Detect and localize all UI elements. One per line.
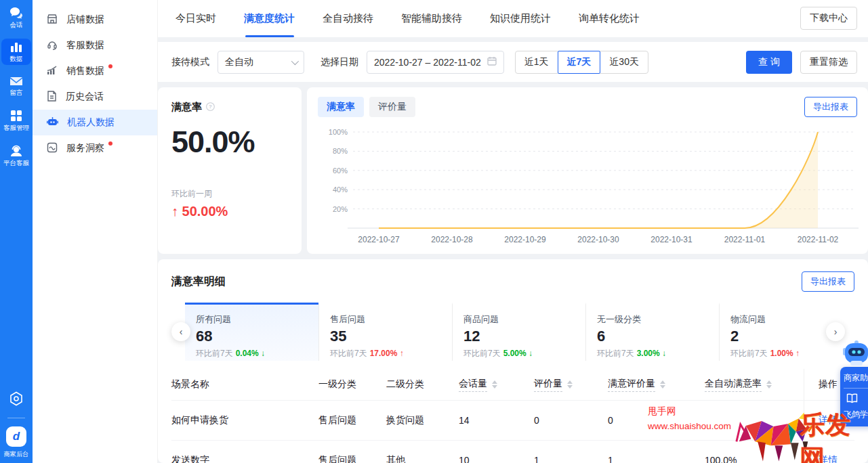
svg-text:2022-10-28: 2022-10-28	[431, 235, 473, 244]
col-header-ratings[interactable]: 评价量	[534, 378, 608, 392]
watermark-lefa: 乐发网 www.6pf.cn	[800, 408, 868, 463]
sidebar-item-label: 销售数据	[66, 65, 104, 77]
arrow-up-icon: ↑	[400, 349, 404, 358]
help-icon[interactable]: ?	[206, 102, 215, 113]
kpi-compare-value: ↑ 50.00%	[171, 204, 288, 219]
bar-chart-icon	[10, 42, 22, 53]
range-7d-button[interactable]: 近7天	[558, 51, 601, 74]
insight-wave-icon	[47, 142, 58, 155]
reception-mode-select[interactable]: 全自动	[218, 51, 304, 74]
document-icon	[47, 91, 57, 104]
export-detail-report-button[interactable]: 导出报表	[802, 271, 854, 292]
svg-text:20%: 20%	[333, 205, 348, 213]
kpi-value: 50.0%	[171, 125, 288, 160]
range-1d-button[interactable]: 近1天	[515, 51, 558, 74]
tab-inquiry-conversion[interactable]: 询单转化统计	[579, 0, 640, 37]
assistant-label[interactable]: 商家助手	[840, 370, 868, 386]
kpi-chart-row: 满意率 ? 50.0% 环比前一周 ↑ 50.00% 满意率 评价量 导出报表 …	[158, 87, 868, 254]
chat-icon	[9, 7, 23, 19]
svg-text:?: ?	[209, 104, 212, 110]
chart-tab-rating-volume[interactable]: 评价量	[369, 97, 415, 117]
download-center-button[interactable]: 下载中心	[800, 7, 857, 30]
reception-mode-label: 接待模式	[171, 56, 209, 68]
svg-text:40%: 40%	[333, 185, 348, 194]
category-card-uncategorized[interactable]: 无一级分类 6 环比前7天3.00% ↓	[585, 303, 719, 361]
satisfaction-trend-chart: 20%40%60%80%100%2022-10-272022-10-282022…	[308, 123, 868, 254]
arrow-down-icon: ↓	[662, 349, 666, 358]
calendar-icon	[487, 56, 497, 68]
svg-text:80%: 80%	[333, 147, 348, 155]
svg-text:2022-10-27: 2022-10-27	[358, 235, 400, 244]
sidebar-item-agent-data[interactable]: 客服数据	[33, 32, 157, 58]
gear-icon[interactable]	[8, 391, 24, 410]
col-header-auto-rate[interactable]: 全自动满意率	[705, 378, 804, 392]
sort-icon	[567, 380, 573, 389]
top-tabbar: 今日实时 满意度统计 全自动接待 智能辅助接待 知识使用统计 询单转化统计 下载…	[158, 0, 868, 37]
rail-item-messages[interactable]: 留言	[1, 72, 31, 99]
divider	[844, 388, 868, 389]
sort-icon	[660, 380, 665, 389]
category-card-all[interactable]: 所有问题 68 环比前7天0.04% ↓	[185, 303, 318, 361]
strip-prev-button[interactable]: ‹	[171, 322, 190, 341]
col-header-level1: 一级分类	[318, 378, 386, 391]
rail-item-platform-service[interactable]: 平台客服	[1, 141, 31, 169]
robot-icon	[47, 116, 58, 129]
chart-tab-satisfaction[interactable]: 满意率	[318, 97, 364, 117]
arrow-up-icon: ↑	[171, 204, 178, 219]
tab-satisfaction-stats[interactable]: 满意度统计	[244, 0, 295, 37]
tab-knowledge-usage[interactable]: 知识使用统计	[490, 0, 551, 37]
rail-item-label: 平台客服	[3, 159, 29, 166]
main-area: 今日实时 满意度统计 全自动接待 智能辅助接待 知识使用统计 询单转化统计 下载…	[158, 0, 868, 463]
search-button[interactable]: 查 询	[746, 51, 792, 74]
rail-item-service-mgmt[interactable]: 客服管理	[1, 106, 31, 134]
export-report-button[interactable]: 导出报表	[804, 97, 857, 117]
notification-dot	[108, 64, 112, 68]
col-header-sessions[interactable]: 会话量	[459, 378, 534, 392]
watermark-shuaishou: 甩手网 www.shuaishou.com	[648, 406, 731, 431]
filter-bar: 接待模式 全自动 选择日期 2022-10-27 – 2022-11-02 近1…	[158, 42, 868, 82]
range-30d-button[interactable]: 近30天	[600, 51, 648, 74]
table-header-row: 场景名称 一级分类 二级分类 会话量 评价量 满意评价量 全自动满意率 操作	[171, 369, 854, 400]
date-range-input[interactable]: 2022-10-27 – 2022-11-02	[367, 51, 504, 74]
detail-title: 满意率明细	[171, 275, 226, 289]
reset-filters-button[interactable]: 重置筛选	[800, 51, 857, 74]
category-card-aftersale[interactable]: 售后问题 35 环比前7天17.00% ↑	[318, 303, 452, 361]
kpi-title: 满意率	[171, 101, 202, 114]
sort-icon	[766, 380, 772, 389]
tab-smart-assist-reception[interactable]: 智能辅助接待	[401, 0, 462, 37]
sidebar-item-label: 机器人数据	[67, 116, 115, 129]
chart-metric-tabs: 满意率 评价量	[318, 97, 857, 117]
sidebar-item-history[interactable]: 历史会话	[33, 84, 157, 110]
satisfaction-chart-svg: 20%40%60%80%100%2022-10-272022-10-282022…	[308, 123, 868, 248]
svg-text:2022-11-02: 2022-11-02	[798, 235, 839, 244]
trend-chart-icon	[47, 65, 58, 78]
rail-bottom: d 商家后台	[0, 391, 33, 459]
rail-item-chat[interactable]: 会话	[1, 3, 31, 31]
sidebar-item-shop-data[interactable]: 店铺数据	[33, 7, 157, 32]
divider	[7, 418, 25, 418]
chevron-right-icon: ›	[834, 326, 838, 337]
rail-item-label: 会话	[10, 21, 23, 28]
tab-full-auto-reception[interactable]: 全自动接待	[323, 0, 373, 37]
sidebar-item-robot-data[interactable]: 机器人数据	[33, 110, 157, 135]
category-strip: ‹ 所有问题 68 环比前7天0.04% ↓ 售后问题 35 环比前7天17.0…	[171, 303, 854, 361]
date-label: 选择日期	[321, 56, 358, 68]
svg-text:2022-11-01: 2022-11-01	[724, 235, 766, 244]
merchant-console-logo[interactable]: d	[6, 426, 26, 447]
tab-today-realtime[interactable]: 今日实时	[175, 0, 216, 37]
grid-icon	[10, 110, 22, 122]
category-card-product[interactable]: 商品问题 12 环比前7天5.00% ↓	[452, 303, 585, 361]
satisfaction-chart-card: 满意率 评价量 导出报表 20%40%60%80%100%2022-10-272…	[307, 87, 868, 254]
sidebar-item-sales-data[interactable]: 销售数据	[33, 58, 157, 84]
chevron-down-icon	[291, 57, 299, 64]
headset-icon	[47, 39, 58, 52]
sidebar-item-label: 服务洞察	[66, 142, 104, 154]
agent-headset-icon	[9, 145, 23, 157]
sidebar-item-service-insight[interactable]: 服务洞察	[33, 135, 157, 161]
quick-range-group: 近1天 近7天 近30天	[515, 51, 648, 74]
rail-item-data[interactable]: 数据	[1, 39, 31, 65]
rail-item-label: 留言	[10, 89, 23, 95]
rail-item-label: 数据	[10, 55, 23, 62]
satisfaction-rate-card: 满意率 ? 50.0% 环比前一周 ↑ 50.00%	[158, 87, 302, 254]
col-header-satisfied[interactable]: 满意评价量	[608, 378, 705, 392]
